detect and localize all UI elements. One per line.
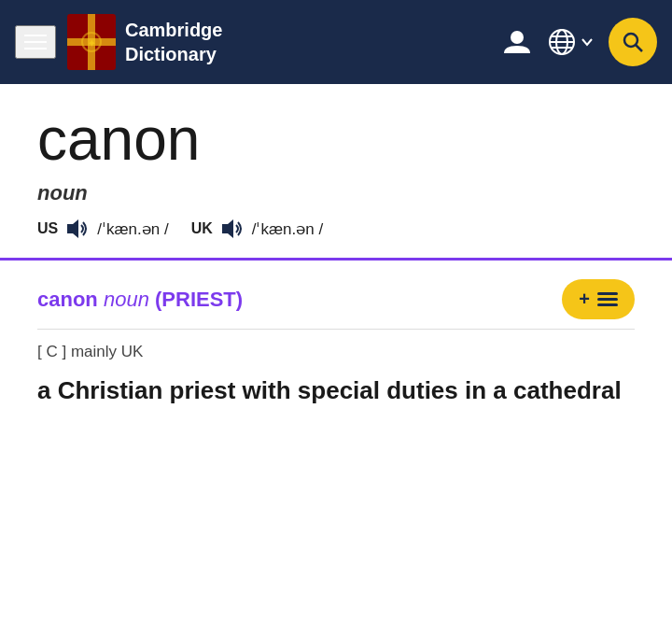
cambridge-crest-icon: ✦ bbox=[67, 14, 116, 70]
header-actions bbox=[502, 18, 657, 66]
definition-title: canon noun (PRIEST) bbox=[37, 288, 243, 312]
logo-cambridge: Cambridge bbox=[125, 18, 222, 42]
svg-point-11 bbox=[624, 34, 637, 47]
globe-icon bbox=[547, 27, 577, 57]
us-audio-button[interactable] bbox=[65, 218, 90, 239]
logo-text: Cambridge Dictionary bbox=[125, 18, 222, 66]
speaker-icon-uk bbox=[220, 218, 245, 239]
svg-marker-13 bbox=[67, 219, 78, 238]
svg-marker-14 bbox=[222, 219, 233, 238]
user-icon-button[interactable] bbox=[502, 27, 532, 57]
def-word: canon bbox=[37, 288, 98, 311]
svg-rect-15 bbox=[597, 292, 618, 295]
speaker-icon bbox=[65, 218, 90, 239]
def-category: (PRIEST) bbox=[155, 288, 243, 311]
us-pronunciation: /ˈkæn.ən / bbox=[97, 219, 168, 239]
definition-header: canon noun (PRIEST) + bbox=[37, 279, 635, 319]
svg-point-5 bbox=[511, 31, 524, 44]
logo-dictionary: Dictionary bbox=[125, 42, 222, 66]
word-pos: noun bbox=[37, 181, 635, 205]
us-label: US bbox=[37, 220, 58, 237]
search-button[interactable] bbox=[609, 18, 657, 66]
def-pos: noun bbox=[104, 288, 149, 311]
svg-line-12 bbox=[636, 45, 642, 51]
pronunciation-row: US /ˈkæn.ən / UK /ˈkæn.ən / bbox=[37, 218, 635, 239]
language-selector[interactable] bbox=[547, 27, 594, 57]
svg-rect-17 bbox=[597, 303, 618, 306]
list-icon bbox=[597, 292, 618, 307]
definition-section: canon noun (PRIEST) + [ C ] mainly UK a … bbox=[0, 261, 672, 430]
uk-label: UK bbox=[191, 220, 213, 237]
chevron-down-icon bbox=[581, 35, 594, 49]
definition-text: a Christian priest with special duties i… bbox=[37, 374, 635, 407]
uk-pronunciation: /ˈkæn.ən / bbox=[252, 219, 323, 239]
definition-tag: [ C ] mainly UK bbox=[37, 343, 635, 361]
plus-icon: + bbox=[579, 289, 590, 310]
search-icon bbox=[622, 31, 644, 53]
svg-text:✦: ✦ bbox=[88, 38, 96, 49]
word-entry-header: canon noun US /ˈkæn.ən / UK /ˈkæn.ən / bbox=[0, 84, 672, 261]
user-icon bbox=[502, 27, 532, 57]
definition-divider bbox=[37, 329, 635, 330]
menu-button[interactable] bbox=[15, 25, 56, 59]
uk-audio-button[interactable] bbox=[220, 218, 245, 239]
add-to-list-button[interactable]: + bbox=[562, 279, 635, 319]
logo-link[interactable]: ✦ Cambridge Dictionary bbox=[67, 14, 491, 70]
word-title: canon bbox=[37, 106, 635, 172]
svg-rect-16 bbox=[597, 298, 618, 301]
definition-word-link[interactable]: canon bbox=[37, 288, 104, 311]
site-header: ✦ Cambridge Dictionary bbox=[0, 0, 672, 84]
